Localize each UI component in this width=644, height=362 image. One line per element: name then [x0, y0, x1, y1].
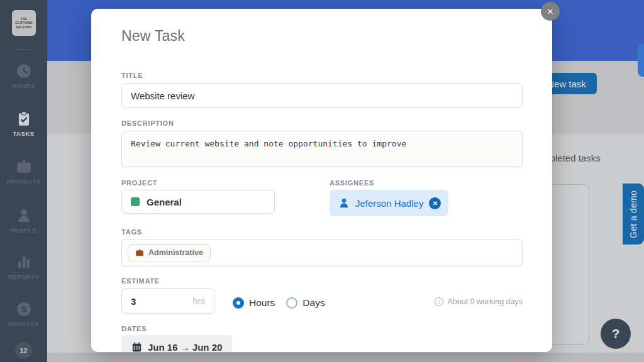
estimate-label: ESTIMATE	[121, 277, 160, 285]
days-radio[interactable]	[286, 297, 297, 309]
project-color-swatch	[131, 197, 140, 206]
hours-radio[interactable]	[233, 297, 244, 309]
project-name: General	[147, 197, 182, 207]
person-icon	[338, 197, 350, 209]
estimate-hint: i About 0 working days	[435, 297, 523, 306]
calendar-icon	[131, 342, 142, 353]
title-input[interactable]	[121, 83, 523, 108]
tag-chip[interactable]: Administrative	[128, 244, 211, 261]
project-label: PROJECT	[121, 179, 157, 187]
estimate-unit: hrs	[193, 296, 205, 306]
dates-label: DATES	[121, 325, 147, 332]
close-modal-button[interactable]: ✕	[541, 2, 560, 21]
tag-name: Administrative	[148, 248, 203, 257]
info-icon: i	[435, 297, 443, 306]
dates-picker-button[interactable]: Jun 16 → Jun 20	[121, 335, 232, 352]
assignee-name: Jeferson Hadley	[355, 198, 423, 209]
remove-assignee-button[interactable]: ✕	[429, 197, 441, 209]
tags-input[interactable]: Administrative	[121, 239, 523, 266]
project-select[interactable]: General	[121, 190, 275, 214]
days-radio-label: Days	[303, 297, 325, 309]
title-label: TITLE	[121, 72, 143, 79]
estimate-hint-text: About 0 working days	[447, 297, 523, 306]
assignees-label: ASSIGNEES	[330, 179, 374, 187]
dates-range-text: Jun 16 → Jun 20	[148, 342, 222, 353]
new-task-modal: New Task TITLE DESCRIPTION Review curren…	[91, 9, 552, 352]
hours-radio-label: Hours	[249, 297, 275, 309]
assignee-chip[interactable]: Jeferson Hadley ✕	[330, 190, 448, 216]
screen: Click Completed tasks New task Get a dem…	[0, 0, 644, 362]
tags-label: TAGS	[121, 228, 142, 236]
estimate-unit-radios: Hours Days	[233, 295, 331, 310]
modal-title: New Task	[121, 28, 185, 45]
description-input[interactable]: Review current website and note opportun…	[121, 131, 523, 167]
estimate-input[interactable]	[131, 296, 181, 307]
briefcase-icon	[135, 248, 144, 257]
estimate-field: hrs	[121, 288, 214, 314]
description-label: DESCRIPTION	[121, 119, 174, 127]
